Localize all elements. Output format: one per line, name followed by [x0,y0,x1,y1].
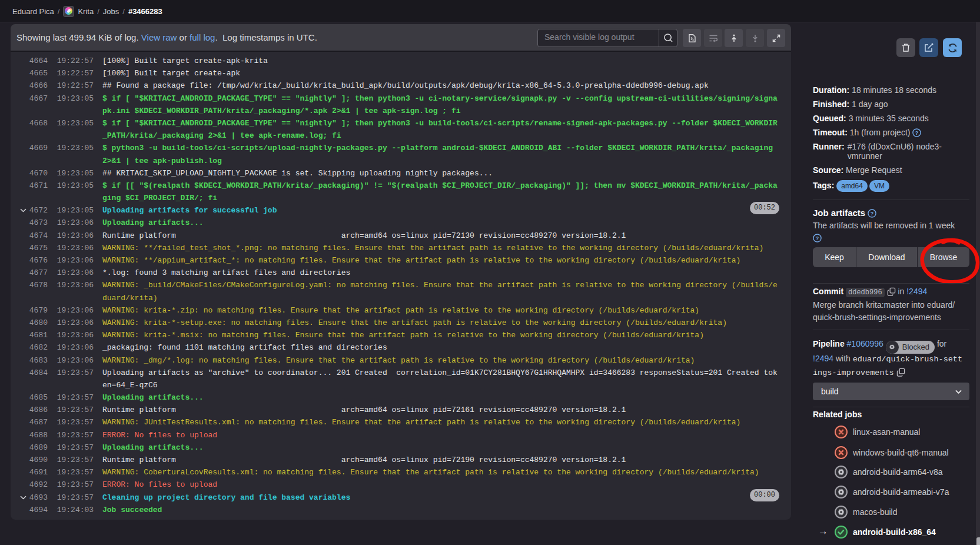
svg-text:?: ? [915,130,918,136]
svg-text:?: ? [816,235,819,241]
svg-text:?: ? [871,211,873,217]
